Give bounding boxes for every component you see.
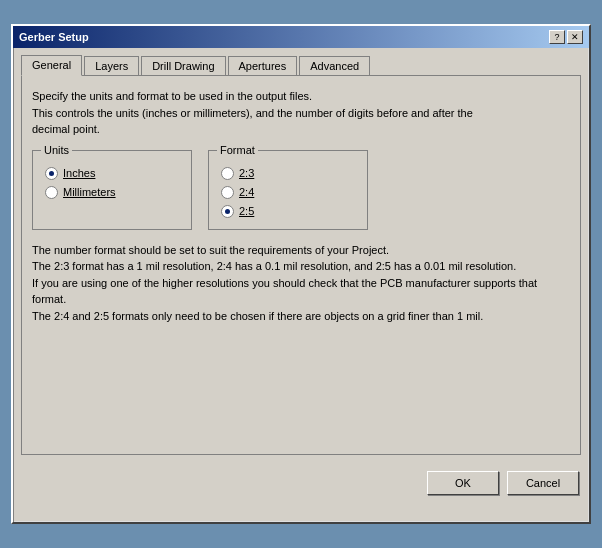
radio-24[interactable]: 2:4 [221, 186, 355, 199]
gerber-setup-window: Gerber Setup ? ✕ General Layers Drill Dr… [11, 24, 591, 524]
label-24: 2:4 [239, 186, 254, 198]
description: Specify the units and format to be used … [32, 88, 570, 138]
tab-content-general: Specify the units and format to be used … [21, 75, 581, 455]
radio-outer-25 [221, 205, 234, 218]
bottom-buttons: OK Cancel [13, 463, 589, 503]
desc-line2: This controls the units (inches or milli… [32, 107, 473, 119]
cancel-button[interactable]: Cancel [507, 471, 579, 495]
ok-button[interactable]: OK [427, 471, 499, 495]
tab-advanced[interactable]: Advanced [299, 56, 370, 76]
radio-outer-24 [221, 186, 234, 199]
info-line2: The 2:3 format has a 1 mil resolution, 2… [32, 260, 516, 272]
radio-23[interactable]: 2:3 [221, 167, 355, 180]
format-group: Format 2:3 2:4 [208, 150, 368, 230]
content-area: General Layers Drill Drawing Apertures A… [13, 48, 589, 463]
title-bar-buttons: ? ✕ [549, 30, 583, 44]
radio-inches[interactable]: Inches [45, 167, 179, 180]
units-label: Units [41, 144, 72, 156]
label-millimeters: Millimeters [63, 186, 116, 198]
info-line3: If you are using one of the higher resol… [32, 277, 537, 306]
desc-line3: decimal point. [32, 123, 100, 135]
help-button[interactable]: ? [549, 30, 565, 44]
tab-drill-drawing[interactable]: Drill Drawing [141, 56, 225, 76]
radio-outer-inches [45, 167, 58, 180]
format-label: Format [217, 144, 258, 156]
info-line4: The 2:4 and 2:5 formats only need to be … [32, 310, 483, 322]
radio-millimeters[interactable]: Millimeters [45, 186, 179, 199]
radio-inner-inches [49, 171, 54, 176]
radio-25[interactable]: 2:5 [221, 205, 355, 218]
info-line1: The number format should be set to suit … [32, 244, 389, 256]
panels-row: Units Inches Millimeters [32, 150, 570, 230]
label-23: 2:3 [239, 167, 254, 179]
desc-line1: Specify the units and format to be used … [32, 90, 312, 102]
info-text: The number format should be set to suit … [32, 242, 570, 325]
window-title: Gerber Setup [19, 31, 89, 43]
radio-outer-23 [221, 167, 234, 180]
tab-apertures[interactable]: Apertures [228, 56, 298, 76]
label-inches: Inches [63, 167, 95, 179]
tab-general[interactable]: General [21, 55, 82, 76]
tab-layers[interactable]: Layers [84, 56, 139, 76]
radio-inner-25 [225, 209, 230, 214]
units-group: Units Inches Millimeters [32, 150, 192, 230]
title-bar: Gerber Setup ? ✕ [13, 26, 589, 48]
tabs-bar: General Layers Drill Drawing Apertures A… [21, 54, 581, 75]
close-button[interactable]: ✕ [567, 30, 583, 44]
radio-outer-mm [45, 186, 58, 199]
label-25: 2:5 [239, 205, 254, 217]
